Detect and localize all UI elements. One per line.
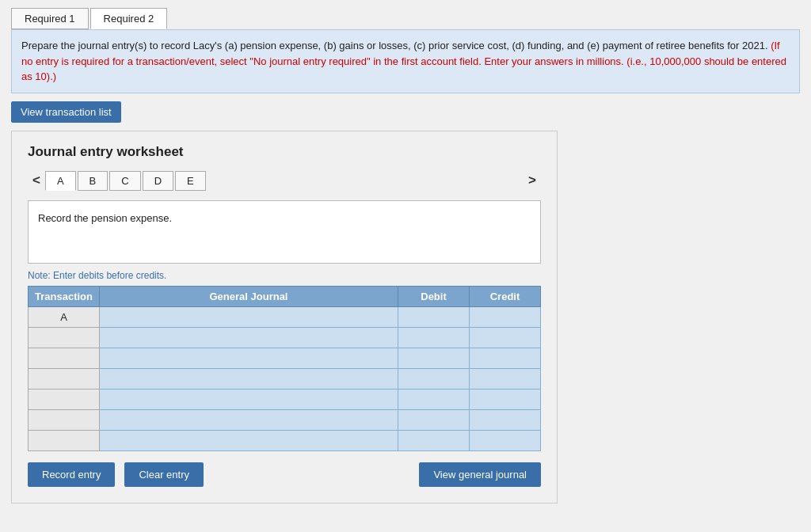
col-header-debit: Debit: [398, 286, 470, 306]
debit-input[interactable]: [403, 350, 464, 367]
debit-input[interactable]: [403, 412, 464, 428]
credit-input[interactable]: [474, 412, 535, 428]
worksheet-title: Journal entry worksheet: [28, 144, 541, 160]
general-journal-cell[interactable]: [100, 368, 398, 389]
debit-input[interactable]: [403, 329, 464, 346]
table-row: [29, 368, 541, 389]
debit-input[interactable]: [403, 309, 464, 325]
transaction-cell: [29, 430, 100, 450]
tab-required1[interactable]: Required 1: [11, 8, 89, 29]
debit-input[interactable]: [403, 370, 464, 387]
clear-entry-button[interactable]: Clear entry: [124, 462, 204, 487]
ws-tab-a[interactable]: A: [45, 171, 76, 191]
worksheet-tabs: < A B C D E >: [28, 171, 541, 191]
ws-tab-c[interactable]: C: [109, 171, 140, 191]
journal-input[interactable]: [105, 412, 393, 428]
credit-cell[interactable]: [470, 348, 541, 368]
debit-cell[interactable]: [398, 389, 470, 409]
view-general-journal-button[interactable]: View general journal: [419, 462, 541, 487]
journal-input[interactable]: [105, 329, 393, 346]
description-box: Record the pension expense.: [28, 200, 541, 264]
ws-tab-d[interactable]: D: [143, 171, 173, 191]
col-header-credit: Credit: [470, 286, 541, 306]
note-text: Note: Enter debits before credits.: [28, 270, 541, 281]
info-box: Prepare the journal entry(s) to record L…: [11, 29, 800, 93]
transaction-cell: [29, 409, 100, 430]
credit-cell[interactable]: [470, 430, 541, 450]
debit-cell[interactable]: [398, 327, 470, 348]
debit-cell[interactable]: [398, 306, 470, 327]
transaction-cell: [29, 348, 100, 368]
credit-cell[interactable]: [470, 368, 541, 389]
credit-input[interactable]: [474, 309, 535, 325]
debit-input[interactable]: [403, 391, 464, 408]
transaction-cell: [29, 389, 100, 409]
transaction-cell: A: [29, 306, 100, 327]
credit-input[interactable]: [474, 432, 535, 449]
col-header-transaction: Transaction: [29, 286, 100, 306]
credit-cell[interactable]: [470, 409, 541, 430]
ws-tab-e[interactable]: E: [175, 171, 206, 191]
prev-nav-button[interactable]: <: [28, 171, 45, 190]
tab-required2[interactable]: Required 2: [90, 8, 168, 29]
general-journal-cell[interactable]: [100, 348, 398, 368]
info-main-text: Prepare the journal entry(s) to record L…: [21, 40, 768, 51]
journal-input[interactable]: [105, 432, 393, 449]
journal-input[interactable]: [105, 309, 393, 325]
debit-cell[interactable]: [398, 430, 470, 450]
credit-input[interactable]: [474, 350, 535, 367]
debit-cell[interactable]: [398, 368, 470, 389]
general-journal-cell[interactable]: [100, 430, 398, 450]
record-entry-button[interactable]: Record entry: [28, 462, 115, 487]
credit-input[interactable]: [474, 391, 535, 408]
view-transaction-row: View transaction list: [11, 101, 800, 123]
journal-table: Transaction General Journal Debit Credit…: [28, 286, 541, 451]
general-journal-cell[interactable]: [100, 409, 398, 430]
debit-cell[interactable]: [398, 348, 470, 368]
table-row: [29, 327, 541, 348]
general-journal-cell[interactable]: [100, 327, 398, 348]
worksheet-container: Journal entry worksheet < A B C D E > Re…: [11, 131, 558, 504]
credit-cell[interactable]: [470, 389, 541, 409]
credit-input[interactable]: [474, 329, 535, 346]
journal-input[interactable]: [105, 350, 393, 367]
description-text: Record the pension expense.: [38, 212, 172, 224]
debit-input[interactable]: [403, 432, 464, 449]
transaction-cell: [29, 368, 100, 389]
next-nav-button[interactable]: >: [524, 171, 541, 190]
col-header-journal: General Journal: [100, 286, 398, 306]
debit-cell[interactable]: [398, 409, 470, 430]
credit-cell[interactable]: [470, 306, 541, 327]
credit-cell[interactable]: [470, 327, 541, 348]
credit-input[interactable]: [474, 370, 535, 387]
table-row: [29, 348, 541, 368]
action-buttons: Record entry Clear entry View general jo…: [28, 462, 541, 487]
general-journal-cell[interactable]: [100, 306, 398, 327]
table-row: [29, 389, 541, 409]
top-tabs: Required 1 Required 2: [11, 8, 800, 29]
transaction-cell: [29, 327, 100, 348]
table-row: [29, 430, 541, 450]
table-row: A: [29, 306, 541, 327]
ws-tab-b[interactable]: B: [78, 171, 109, 191]
table-row: [29, 409, 541, 430]
journal-input[interactable]: [105, 370, 393, 387]
view-transaction-button[interactable]: View transaction list: [11, 101, 121, 123]
page: Required 1 Required 2 Prepare the journa…: [0, 0, 811, 532]
general-journal-cell[interactable]: [100, 389, 398, 409]
journal-input[interactable]: [105, 391, 393, 408]
